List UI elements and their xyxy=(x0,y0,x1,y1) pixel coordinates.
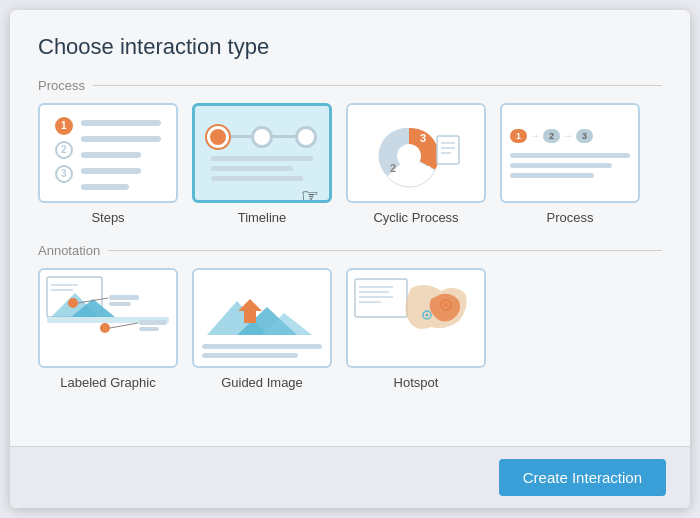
svg-text:1: 1 xyxy=(426,164,432,176)
card-cyclic-process[interactable]: 3 1 2 Cyclic Process xyxy=(346,103,486,225)
svg-line-18 xyxy=(110,323,138,328)
svg-rect-20 xyxy=(109,302,131,306)
timeline-illustration xyxy=(195,106,329,200)
dialog-footer: Create Interaction xyxy=(10,446,690,508)
hotspot-illustration xyxy=(348,270,484,366)
annotation-section-label: Annotation xyxy=(38,243,662,258)
timeline-dot-2 xyxy=(251,126,273,148)
proc-arrow-1: → xyxy=(530,130,540,141)
step-line-2 xyxy=(81,152,141,158)
svg-rect-5 xyxy=(437,136,459,164)
card-guided-inner xyxy=(192,268,332,368)
card-cyclic-inner: 3 1 2 xyxy=(346,103,486,203)
proc-badge-1: 1 xyxy=(510,129,527,143)
svg-text:3: 3 xyxy=(420,132,426,144)
tl-line-3 xyxy=(211,176,303,181)
guided-line-1 xyxy=(202,344,322,349)
timeline-seg-1 xyxy=(229,135,251,138)
steps-numbers: 1 2 3 xyxy=(55,117,73,183)
process-steps-row: 1 → 2 → 3 xyxy=(510,129,630,143)
card-hotspot-inner xyxy=(346,268,486,368)
create-interaction-button[interactable]: Create Interaction xyxy=(499,459,666,496)
step-line-1b xyxy=(81,136,161,142)
svg-point-16 xyxy=(100,323,110,333)
timeline-track xyxy=(207,126,317,148)
card-labeled-inner xyxy=(38,268,178,368)
proc-lines xyxy=(510,153,630,178)
guided-illustration xyxy=(194,270,330,366)
svg-rect-19 xyxy=(109,295,139,300)
step-line-2b xyxy=(81,168,141,174)
process-label: Process xyxy=(547,210,594,225)
hotspot-label: Hotspot xyxy=(394,375,439,390)
guided-image-area xyxy=(202,278,322,338)
card-steps[interactable]: 1 2 3 Steps xyxy=(38,103,178,225)
guided-lines xyxy=(202,344,322,358)
tl-line-1 xyxy=(211,156,313,161)
card-process[interactable]: 1 → 2 → 3 Process xyxy=(500,103,640,225)
labeled-svg xyxy=(43,273,173,363)
annotation-cards-row: Labeled Graphic xyxy=(38,268,662,390)
card-timeline-inner: ☞ xyxy=(192,103,332,203)
svg-point-27 xyxy=(288,293,304,309)
svg-point-15 xyxy=(68,298,78,308)
dialog: Choose interaction type Process 1 2 3 xyxy=(10,10,690,508)
svg-rect-30 xyxy=(355,279,407,317)
proc-line-2 xyxy=(510,163,612,168)
svg-point-36 xyxy=(444,303,448,307)
card-hotspot[interactable]: Hotspot xyxy=(346,268,486,390)
timeline-seg-2 xyxy=(273,135,295,138)
guided-svg xyxy=(202,283,322,338)
svg-text:2: 2 xyxy=(390,162,396,174)
proc-arrow-2: → xyxy=(563,130,573,141)
timeline-dot-3 xyxy=(295,126,317,148)
timeline-lines-below xyxy=(207,156,317,181)
timeline-dot-1 xyxy=(207,126,229,148)
cyclic-illustration: 3 1 2 xyxy=(348,105,484,201)
step-line-3 xyxy=(81,184,129,190)
proc-line-1 xyxy=(510,153,630,158)
process-illustration: 1 → 2 → 3 xyxy=(502,121,638,186)
svg-point-38 xyxy=(426,314,429,317)
guided-line-2 xyxy=(202,353,298,358)
step-line-1 xyxy=(81,120,161,126)
step-num-2: 2 xyxy=(55,141,73,159)
tl-line-2 xyxy=(211,166,293,171)
step-num-3: 3 xyxy=(55,165,73,183)
card-timeline[interactable]: ☞ Timeline xyxy=(192,103,332,225)
dialog-title: Choose interaction type xyxy=(38,34,662,60)
process-cards-row: 1 2 3 Steps xyxy=(38,103,662,225)
svg-point-1 xyxy=(397,144,421,168)
card-labeled-graphic[interactable]: Labeled Graphic xyxy=(38,268,178,390)
steps-illustration: 1 2 3 xyxy=(47,109,169,198)
card-guided-image[interactable]: Guided Image xyxy=(192,268,332,390)
proc-line-3 xyxy=(510,173,594,178)
proc-badge-2: 2 xyxy=(543,129,560,143)
steps-lines xyxy=(81,117,161,190)
proc-badge-3: 3 xyxy=(576,129,593,143)
guided-image-label: Guided Image xyxy=(221,375,303,390)
card-process-inner: 1 → 2 → 3 xyxy=(500,103,640,203)
steps-label: Steps xyxy=(91,210,124,225)
step-num-1: 1 xyxy=(55,117,73,135)
hotspot-svg xyxy=(351,273,481,363)
svg-rect-22 xyxy=(139,327,159,331)
dialog-body: Choose interaction type Process 1 2 3 xyxy=(10,10,690,446)
cyclic-process-label: Cyclic Process xyxy=(373,210,458,225)
labeled-graphic-label: Labeled Graphic xyxy=(60,375,155,390)
svg-point-28 xyxy=(273,298,287,312)
process-section-label: Process xyxy=(38,78,662,93)
card-steps-inner: 1 2 3 xyxy=(38,103,178,203)
svg-rect-21 xyxy=(139,320,167,325)
timeline-label: Timeline xyxy=(238,210,287,225)
cyclic-svg: 3 1 2 xyxy=(371,118,461,188)
